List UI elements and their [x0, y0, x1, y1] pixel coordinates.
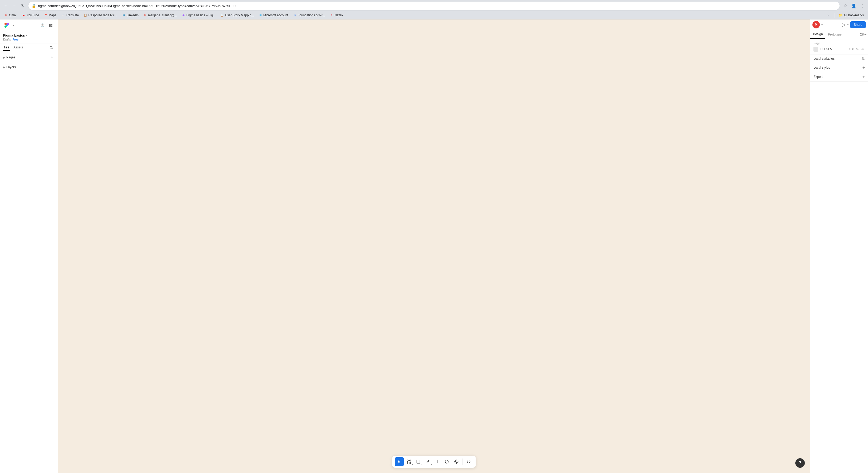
add-local-style-button[interactable]: + — [863, 65, 865, 70]
tab-prototype[interactable]: Prototype — [825, 31, 844, 38]
page-section-title: Page — [813, 41, 865, 45]
svg-rect-27 — [456, 462, 457, 464]
avatar-chevron-icon[interactable]: ▾ — [822, 24, 823, 26]
bookmark-raspored[interactable]: 📋 Raspored rada Psi... — [82, 13, 119, 18]
page-color-hex[interactable]: E5E5E5 — [820, 47, 847, 51]
drafts-label: Drafts — [3, 38, 11, 41]
bookmark-linkedin-label: LinkedIn — [127, 13, 138, 17]
back-button[interactable]: ← — [2, 2, 9, 9]
menu-button[interactable]: ⋮ — [859, 2, 866, 9]
shape-tool-button[interactable]: ▾ — [414, 457, 423, 466]
code-tool-button[interactable] — [464, 457, 473, 466]
url-input[interactable] — [38, 4, 836, 8]
local-styles-actions: + — [863, 65, 865, 70]
microsoft-favicon: ⊞ — [258, 13, 262, 17]
export-actions: + — [863, 74, 865, 79]
tab-design[interactable]: Design — [810, 30, 825, 39]
address-bar[interactable]: 🔒 — [28, 2, 840, 10]
variables-settings-icon[interactable]: ⇅ — [862, 57, 865, 61]
bookmark-youtube[interactable]: ▶ YouTube — [20, 13, 41, 18]
translate-favicon: T — [61, 13, 65, 17]
bookmark-microsoft[interactable]: ⊞ Microsoft account — [256, 13, 290, 18]
free-badge: Free — [12, 38, 19, 41]
file-name: Figma basics ▾ — [3, 33, 55, 37]
zoom-value[interactable]: 2% — [860, 33, 865, 36]
add-page-button[interactable]: + — [49, 55, 55, 60]
file-info: Figma basics ▾ Drafts Free — [0, 31, 58, 43]
bookmark-gmail[interactable]: ✉ Gmail — [2, 13, 19, 18]
page-opacity-value[interactable]: 100 — [849, 47, 854, 51]
bookmark-foundations-label: Foundations of Pr... — [298, 13, 325, 17]
all-bookmarks-link[interactable]: 📁 All Bookmarks — [836, 13, 866, 18]
search-button[interactable] — [48, 44, 55, 51]
star-button[interactable]: ☆ — [842, 2, 849, 9]
bookmark-netflix-label: Netflix — [335, 13, 343, 17]
user-avatar[interactable]: M — [812, 21, 820, 28]
page-color-swatch[interactable] — [813, 47, 818, 52]
frame-tool-chevron: ▾ — [412, 463, 413, 466]
history-icon[interactable]: 🕐 — [39, 22, 46, 29]
bookmark-figma-label: Figma basics – Fig... — [186, 13, 216, 17]
file-tabs: File Assets — [0, 43, 58, 52]
bookmark-microsoft-label: Microsoft account — [264, 13, 288, 17]
ellipse-tool-button[interactable] — [442, 457, 452, 466]
pages-section-header[interactable]: ▶ Pages + — [3, 54, 55, 61]
page-opacity-pct: % — [856, 47, 859, 51]
bookmarks-bar: ✉ Gmail ▶ YouTube 📍 Maps T Translate 📋 R… — [0, 11, 868, 20]
local-styles-label: Local styles — [813, 66, 830, 69]
bookmark-translate-label: Translate — [66, 13, 79, 17]
forward-button[interactable]: → — [10, 2, 18, 9]
file-name-chevron[interactable]: ▾ — [26, 34, 27, 37]
svg-point-4 — [4, 26, 7, 28]
bookmark-userstory[interactable]: 📋 User Story Mappin... — [218, 13, 256, 18]
figma-logo — [3, 22, 10, 29]
bookmark-translate[interactable]: T Translate — [59, 13, 81, 18]
reload-button[interactable]: ↻ — [19, 2, 26, 9]
bookmark-foundations[interactable]: G Foundations of Pr... — [291, 13, 327, 18]
svg-point-9 — [50, 46, 52, 48]
more-bookmarks-button[interactable]: » — [825, 11, 832, 19]
bookmark-linkedin[interactable]: in LinkedIn — [120, 13, 141, 18]
user-button[interactable]: 👤 — [850, 2, 858, 9]
present-chevron-icon[interactable]: ▾ — [847, 24, 848, 26]
pen-tool-button[interactable]: ▾ — [424, 457, 432, 466]
tab-assets[interactable]: Assets — [12, 44, 24, 51]
svg-rect-6 — [49, 24, 51, 27]
right-header: M ▾ ▷ ▾ Share — [810, 20, 868, 30]
page-section: Page E5E5E5 100 % 👁 — [810, 39, 868, 55]
left-sidebar: ▾ 🕐 Figma basics ▾ — [0, 20, 58, 473]
maps-favicon: 📍 — [44, 13, 48, 17]
bookmark-netflix[interactable]: N Netflix — [328, 13, 345, 18]
svg-point-23 — [445, 460, 448, 463]
export-label: Export — [813, 75, 823, 79]
zoom-chevron-icon[interactable]: ▾ — [865, 33, 866, 36]
share-button[interactable]: Share — [850, 21, 866, 28]
select-tool-button[interactable]: ▾ — [395, 457, 404, 466]
svg-rect-13 — [407, 463, 408, 464]
layout-icon[interactable] — [47, 22, 55, 29]
help-button[interactable]: ? — [795, 458, 805, 468]
browser-window: ← → ↻ 🔒 ☆ 👤 ⋮ ✉ Gmail ▶ YouTube 📍 Maps T — [0, 0, 868, 473]
bookmark-marijana[interactable]: ✉ marijana_stantic@... — [141, 13, 179, 18]
sidebar-logo: ▾ — [3, 22, 14, 29]
all-bookmarks-label: All Bookmarks — [843, 13, 864, 17]
sidebar-header: ▾ 🕐 — [0, 20, 58, 31]
bookmark-figma[interactable]: ◆ Figma basics – Fig... — [180, 13, 218, 18]
add-export-button[interactable]: + — [863, 74, 865, 79]
frame-tool-button[interactable]: ▾ — [404, 457, 413, 466]
layers-section-header[interactable]: ▶ Layers — [3, 64, 55, 70]
pen-tool-chevron: ▾ — [431, 463, 432, 466]
app-container: ▾ 🕐 Figma basics ▾ — [0, 20, 868, 473]
browser-toolbar: ← → ↻ 🔒 ☆ 👤 ⋮ — [0, 0, 868, 11]
figma-favicon: ◆ — [182, 13, 185, 17]
bookmark-maps[interactable]: 📍 Maps — [42, 13, 59, 18]
present-button[interactable]: ▷ — [842, 22, 846, 28]
right-sidebar: M ▾ ▷ ▾ Share Design Prototype 2% ▾ Page — [810, 20, 868, 473]
canvas-area[interactable]: ▾ ▾ — [58, 20, 810, 473]
visibility-button[interactable]: 👁 — [861, 47, 865, 51]
tab-file[interactable]: File — [3, 44, 10, 51]
local-styles-section: Local styles + — [810, 63, 868, 72]
text-tool-button[interactable] — [433, 457, 442, 466]
netflix-favicon: N — [330, 13, 333, 17]
component-tool-button[interactable] — [452, 457, 461, 466]
